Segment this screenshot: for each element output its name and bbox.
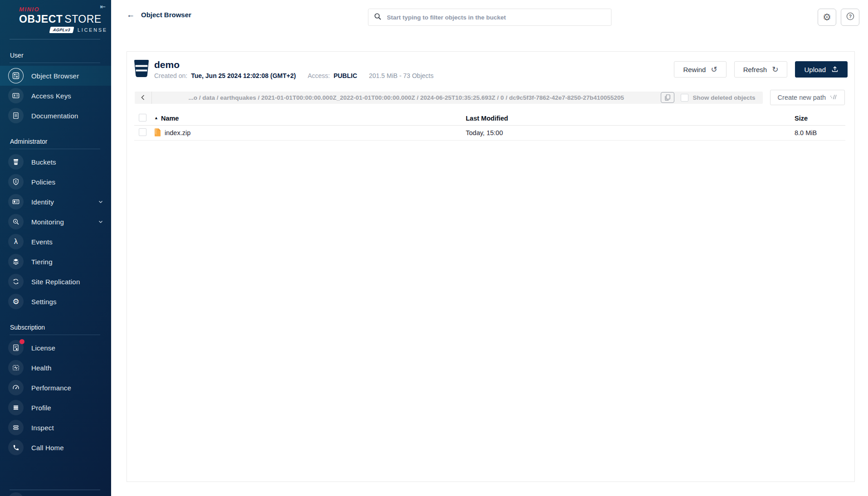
show-deleted-toggle: Show deleted objects [681, 94, 756, 102]
divider [10, 63, 100, 63]
sidebar-item-performance[interactable]: Performance [0, 378, 111, 398]
refresh-button[interactable]: Refresh ↻ [734, 61, 788, 78]
objects-table: ▲Name Last Modified Size index.zip Today… [134, 112, 845, 141]
divider [10, 149, 100, 149]
sidebar-item-access-keys[interactable]: Access Keys [0, 86, 111, 106]
product-name-bold: OBJECT [19, 13, 63, 25]
table-header-row: ▲Name Last Modified Size [134, 112, 845, 126]
create-new-path-button[interactable]: Create new path [770, 90, 845, 105]
row-checkbox[interactable] [139, 128, 146, 136]
back-arrow-icon[interactable]: ← [127, 10, 135, 19]
bucket-icon [133, 59, 150, 80]
license-icon [8, 340, 24, 355]
bucket-meta: Created on: Tue, Jun 25 2024 12:02:08 (G… [154, 72, 434, 79]
app-logo: MINIO OBJECTSTORE AGPLv3 LICENSE [0, 0, 111, 33]
sidebar-bottom-icon [8, 492, 24, 496]
object-browser-icon [8, 68, 24, 83]
bucket-name: demo [154, 59, 434, 70]
topbar: ← Object Browser ⚙ ? [111, 0, 868, 29]
select-all-checkbox[interactable] [139, 114, 146, 122]
show-deleted-checkbox[interactable] [681, 94, 688, 102]
product-name-light: STORE [64, 13, 101, 25]
path-back-button[interactable] [135, 92, 152, 104]
sidebar-item-policies[interactable]: Policies [0, 172, 111, 192]
agpl-badge: AGPLv3 [49, 27, 74, 33]
license-word: LICENSE [78, 27, 107, 33]
page-title: Object Browser [141, 11, 191, 19]
chevron-down-icon[interactable] [98, 219, 104, 225]
documentation-icon [8, 108, 24, 123]
sidebar-item-site-replication[interactable]: Site Replication [0, 272, 111, 292]
chevron-down-icon[interactable] [98, 199, 104, 205]
sidebar-item-monitoring[interactable]: Monitoring [0, 212, 111, 232]
section-label-user: User [0, 39, 111, 63]
rewind-icon: ↺ [711, 65, 717, 74]
divider [10, 335, 100, 335]
help-icon: ? [846, 12, 855, 23]
back-navigation[interactable]: ← Object Browser [127, 10, 191, 19]
gear-icon: ⚙ [823, 12, 831, 23]
settings-gear-button[interactable]: ⚙ [818, 9, 836, 26]
zip-file-icon [154, 128, 161, 138]
sidebar-item-identity[interactable]: Identity [0, 192, 111, 212]
sidebar-item-events[interactable]: λ Events [0, 232, 111, 252]
events-lambda-icon: λ [8, 234, 24, 249]
created-value: Tue, Jun 25 2024 12:02:08 (GMT+2) [191, 72, 296, 79]
sidebar-item-call-home[interactable]: Call Home [0, 438, 111, 457]
rewind-button[interactable]: Rewind ↺ [674, 61, 726, 78]
bucket-usage: 201.5 MiB - 73 Objects [369, 72, 434, 79]
sort-ascending-icon: ▲ [154, 116, 158, 120]
search-icon [374, 13, 381, 22]
settings-gear-icon: ⚙ [8, 294, 24, 309]
table-row[interactable]: index.zip Today, 15:00 8.0 MiB [134, 126, 845, 141]
sidebar-item-documentation[interactable]: Documentation [0, 106, 111, 126]
access-label: Access: [307, 72, 330, 79]
copy-path-button[interactable] [661, 92, 674, 103]
show-deleted-label: Show deleted objects [693, 94, 756, 101]
sidebar-item-settings[interactable]: ⚙ Settings [0, 292, 111, 311]
sidebar-item-health[interactable]: Health [0, 358, 111, 378]
brand-name: MINIO [19, 6, 111, 13]
tiering-layers-icon [8, 254, 24, 269]
object-filter-searchbox[interactable] [368, 9, 611, 26]
section-label-subscription: Subscription [0, 311, 111, 335]
sidebar-item-buckets[interactable]: Buckets [0, 152, 111, 172]
bucket-icon [8, 154, 24, 170]
column-header-name[interactable]: ▲Name [154, 115, 466, 122]
sidebar-item-inspect[interactable]: Inspect [0, 418, 111, 438]
sidebar-collapse-icon[interactable]: ⇤ [100, 3, 106, 11]
health-icon [8, 360, 24, 375]
svg-text:?: ? [848, 14, 851, 19]
search-input[interactable] [386, 14, 605, 21]
help-button[interactable]: ? [841, 9, 859, 26]
identity-icon [8, 194, 24, 209]
profile-icon [8, 400, 24, 415]
sidebar-item-tiering[interactable]: Tiering [0, 252, 111, 272]
created-label: Created on: [154, 72, 187, 79]
bucket-browser-card: demo Created on: Tue, Jun 25 2024 12:02:… [127, 51, 855, 482]
section-label-administrator: Administrator [0, 126, 111, 149]
sidebar-item-license[interactable]: License [0, 338, 111, 358]
bucket-header: demo Created on: Tue, Jun 25 2024 12:02:… [127, 52, 854, 85]
new-path-icon [829, 93, 837, 102]
upload-button[interactable]: Upload [795, 61, 848, 78]
refresh-icon: ↻ [772, 65, 778, 74]
object-size: 8.0 MiB [795, 129, 845, 136]
column-header-size[interactable]: Size [795, 115, 845, 122]
object-name[interactable]: index.zip [165, 129, 190, 136]
object-last-modified: Today, 15:00 [466, 129, 795, 136]
policies-icon [8, 174, 24, 190]
breadcrumb[interactable]: ...o / data / earthquakes / 2021-01-01T0… [152, 94, 661, 101]
monitoring-icon [8, 214, 24, 229]
current-path-bar: ...o / data / earthquakes / 2021-01-01T0… [135, 92, 763, 104]
column-header-last-modified[interactable]: Last Modified [466, 115, 795, 122]
sidebar-item-profile[interactable]: Profile [0, 398, 111, 418]
performance-gauge-icon [8, 380, 24, 395]
access-value: PUBLIC [333, 72, 357, 79]
upload-icon [831, 65, 839, 74]
call-home-phone-icon [8, 440, 24, 455]
site-replication-icon [8, 274, 24, 289]
sidebar-item-object-browser[interactable]: Object Browser [0, 66, 111, 86]
inspect-icon [8, 420, 24, 435]
path-row: ...o / data / earthquakes / 2021-01-01T0… [135, 90, 845, 105]
